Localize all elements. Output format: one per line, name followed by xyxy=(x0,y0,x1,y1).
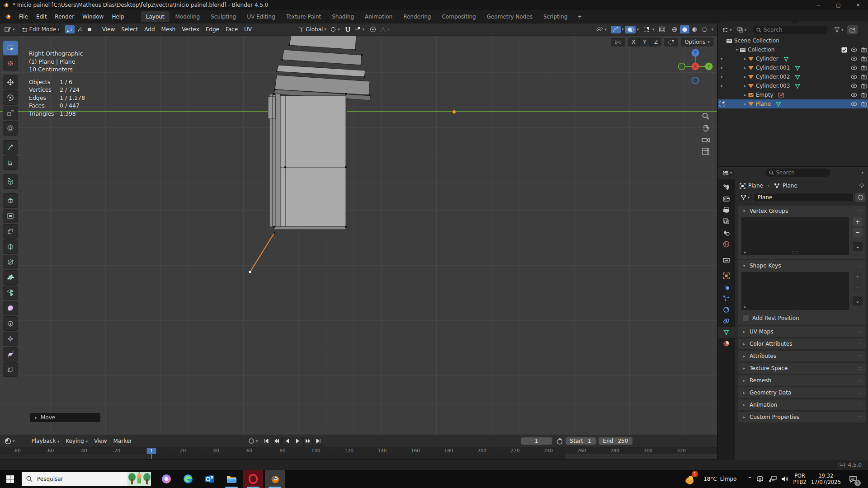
properties-tab-collection[interactable] xyxy=(718,254,735,266)
outliner-row-empty[interactable]: ▸Empty xyxy=(718,90,868,99)
timeline-menu-view[interactable]: View xyxy=(91,438,110,444)
properties-tab-tool[interactable] xyxy=(718,182,735,193)
taskbar-app-copilot[interactable] xyxy=(156,470,176,488)
pivot-point-dropdown[interactable]: ▾ xyxy=(328,26,342,33)
disable-render-camera-icon[interactable] xyxy=(861,74,867,80)
blender-menu-icon[interactable] xyxy=(0,14,15,19)
close-button[interactable]: ✕ xyxy=(848,0,868,10)
panel-grip[interactable]: ::: xyxy=(857,329,863,334)
properties-options-dropdown[interactable]: ▾ xyxy=(861,171,863,175)
properties-tab-data[interactable] xyxy=(718,327,735,338)
auto-key-button[interactable]: ▾ xyxy=(246,437,260,445)
search-box-image[interactable] xyxy=(127,472,151,486)
start-button[interactable] xyxy=(0,470,20,488)
panel-animation[interactable]: ▸Animation::: xyxy=(738,399,866,410)
hide-eye-icon[interactable] xyxy=(851,92,857,98)
use-preview-range-icon[interactable] xyxy=(557,438,563,445)
add-item-button[interactable]: + xyxy=(853,217,863,226)
outliner-row-cylinder-003[interactable]: ▸Cylinder.003 xyxy=(718,81,868,90)
clock[interactable]: 19:32 17/07/2025 xyxy=(811,473,841,486)
disable-render-camera-icon[interactable] xyxy=(861,56,867,62)
prev-key-button[interactable] xyxy=(272,437,282,446)
properties-tab-render[interactable] xyxy=(718,193,735,205)
panel-remesh[interactable]: ▸Remesh::: xyxy=(738,375,866,386)
outliner-row-scene collection[interactable]: Scene Collection xyxy=(718,36,868,45)
collection-checkbox[interactable] xyxy=(841,47,847,53)
list-grip[interactable]: :::: xyxy=(792,250,799,254)
hide-eye-icon[interactable] xyxy=(851,47,857,52)
datablock-name-field[interactable]: Plane xyxy=(754,193,854,202)
panel-color-attributes[interactable]: ▸Color Attributes::: xyxy=(738,338,866,349)
current-frame-marker[interactable]: 1 xyxy=(146,448,156,454)
panel-grip[interactable]: ::: xyxy=(857,378,863,383)
viewport-model[interactable] xyxy=(244,23,398,304)
properties-tab-physics[interactable] xyxy=(718,304,735,315)
tool-spin[interactable] xyxy=(3,286,18,300)
hide-eye-icon[interactable] xyxy=(851,83,857,89)
menu-file[interactable]: File xyxy=(15,10,32,23)
vertex-groups-list[interactable]: ▸:::: xyxy=(741,217,849,255)
tool-knife[interactable] xyxy=(3,255,18,269)
jump-start-button[interactable] xyxy=(262,437,271,446)
proportional-falloff-dropdown[interactable]: ▾ xyxy=(378,26,392,33)
tool-move[interactable] xyxy=(3,75,18,89)
viewport-menu-uv[interactable]: UV xyxy=(241,26,255,33)
frame-end-field[interactable]: End250 xyxy=(599,437,633,445)
outliner-row-plane[interactable]: ▸Plane xyxy=(718,99,868,108)
snap-toggle[interactable] xyxy=(343,26,353,33)
viewport-menu-mesh[interactable]: Mesh xyxy=(158,26,179,33)
pan-hand-icon[interactable] xyxy=(702,124,710,132)
taskbar-app-explorer[interactable] xyxy=(222,470,241,488)
gizmos-toggle[interactable] xyxy=(611,26,621,33)
disable-render-camera-icon[interactable] xyxy=(861,92,867,98)
volume-icon[interactable] xyxy=(781,476,789,482)
tool-edge-slide[interactable] xyxy=(3,316,18,331)
language-indicator[interactable]: POR PTB2 xyxy=(793,473,807,486)
expand-arrow-icon[interactable]: ▸ xyxy=(742,84,748,88)
expand-arrow-icon[interactable]: ▸ xyxy=(742,93,748,97)
properties-tab-object[interactable] xyxy=(718,270,735,282)
mirror-axis-x-button[interactable]: X xyxy=(628,38,639,47)
next-key-button[interactable] xyxy=(303,437,313,446)
current-frame-field[interactable]: 1 xyxy=(521,437,552,445)
shape-keys-list[interactable]: ▸:::: xyxy=(741,272,849,310)
outliner-row-cylinder-002[interactable]: ▸Cylinder.002 xyxy=(718,72,868,81)
select-mode-vertex-button[interactable] xyxy=(65,25,75,33)
disable-render-camera-icon[interactable] xyxy=(861,47,867,53)
weather-icon[interactable]: 1 xyxy=(683,470,696,488)
expand-arrow-icon[interactable]: ▸ xyxy=(742,102,748,106)
tool-extrude[interactable] xyxy=(3,193,18,208)
tool-measure[interactable] xyxy=(3,155,18,170)
tool-loop-cut[interactable] xyxy=(3,239,18,254)
tool-bevel[interactable] xyxy=(3,224,18,239)
list-specials-dropdown[interactable]: ⌄ xyxy=(853,242,863,251)
panel-grip[interactable]: ::: xyxy=(857,209,863,213)
camera-view-icon[interactable] xyxy=(702,136,710,143)
list-specials-dropdown[interactable]: ⌄ xyxy=(853,296,863,305)
snap-settings-dropdown[interactable]: ▾ xyxy=(353,26,366,33)
new-collection-button[interactable] xyxy=(847,25,858,34)
properties-tab-material[interactable] xyxy=(718,338,735,349)
overlays-toggle[interactable] xyxy=(625,26,636,33)
navigation-gizmo[interactable]: Z Y X xyxy=(676,47,714,85)
timeline-ruler[interactable]: -80-60-40-202040608010012014016018020022… xyxy=(0,447,717,454)
shading-solid-button[interactable] xyxy=(680,25,689,33)
breadcrumb-data[interactable]: Plane xyxy=(783,183,797,189)
panel-grip[interactable]: ::: xyxy=(857,342,863,346)
maximize-button[interactable]: ▢ xyxy=(828,0,848,10)
workspace-tab-texture-paint[interactable]: Texture Paint xyxy=(281,11,326,22)
tool-rip[interactable] xyxy=(3,362,18,377)
panel-header[interactable]: ▾Vertex Groups::: xyxy=(738,206,866,216)
taskbar-search[interactable]: Pesquisar xyxy=(22,472,151,486)
workspace-tab-shading[interactable]: Shading xyxy=(327,11,359,22)
orientation-dropdown[interactable]: Global▾ xyxy=(297,25,328,33)
panel-grip[interactable]: ::: xyxy=(857,366,863,371)
properties-tab-constraints[interactable] xyxy=(718,315,735,327)
play-reverse-button[interactable] xyxy=(283,437,292,446)
add-workspace-button[interactable]: + xyxy=(572,11,587,22)
hide-eye-icon[interactable] xyxy=(851,65,857,70)
workspace-tab-geometry-nodes[interactable]: Geometry Nodes xyxy=(482,11,538,22)
viewport-menu-vertex[interactable]: Vertex xyxy=(179,26,203,33)
xray-toggle[interactable] xyxy=(642,26,651,33)
properties-editor-type-button[interactable]: ▾ xyxy=(721,169,734,177)
